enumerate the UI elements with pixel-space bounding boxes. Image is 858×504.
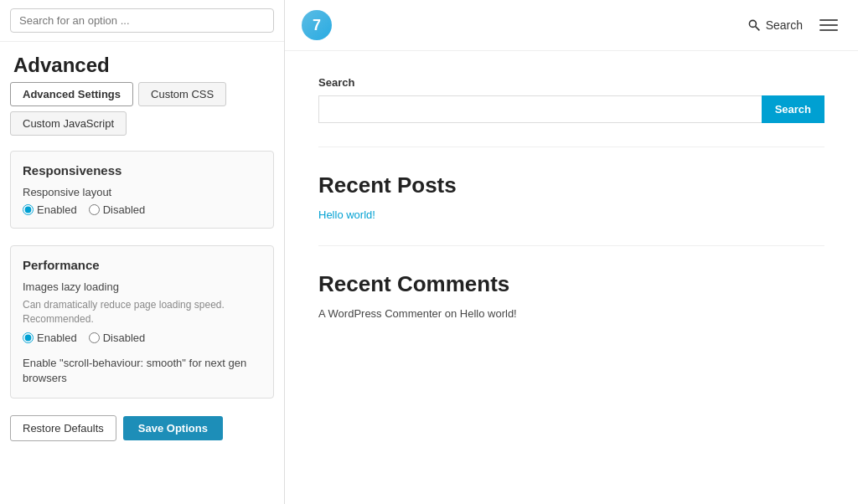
- svg-line-1: [755, 27, 759, 31]
- responsive-enabled-option[interactable]: Enabled: [23, 203, 77, 216]
- logo-circle: 7: [302, 10, 332, 40]
- search-box-wrap: [0, 0, 284, 42]
- search-widget-input[interactable]: [318, 95, 762, 123]
- restore-defaults-button[interactable]: Restore Defaults: [10, 415, 116, 441]
- search-widget-title: Search: [318, 76, 824, 89]
- tab-custom-js[interactable]: Custom JavaScript: [10, 111, 127, 136]
- tab-advanced-settings[interactable]: Advanced Settings: [10, 82, 133, 106]
- responsive-disabled-label: Disabled: [103, 203, 146, 216]
- recent-comments-heading: Recent Comments: [318, 271, 824, 297]
- recent-posts-section: Recent Posts Hello world!: [318, 172, 824, 246]
- right-panel: 7 Search Search Search: [285, 0, 858, 504]
- responsive-disabled-radio[interactable]: [89, 204, 100, 215]
- lazy-loading-options: Enabled Disabled: [23, 332, 261, 344]
- scroll-behaviour-label: Enable "scroll-behaviour: smooth" for ne…: [23, 356, 261, 386]
- top-search-link[interactable]: Search: [747, 18, 803, 32]
- main-content: Search Search Recent Posts Hello world! …: [285, 51, 858, 504]
- hamburger-button[interactable]: [816, 16, 841, 34]
- responsive-enabled-label: Enabled: [37, 203, 77, 216]
- lazy-enabled-label: Enabled: [37, 332, 77, 344]
- hamburger-line-3: [819, 29, 838, 31]
- performance-title: Performance: [23, 258, 261, 272]
- top-search-label: Search: [766, 18, 803, 32]
- svg-point-0: [749, 20, 756, 27]
- search-input[interactable]: [10, 8, 274, 33]
- lazy-loading-desc: Can dramatically reduce page loading spe…: [23, 298, 261, 327]
- performance-card: Performance Images lazy loading Can dram…: [10, 245, 274, 399]
- search-widget-button[interactable]: Search: [762, 95, 824, 123]
- tab-custom-css[interactable]: Custom CSS: [138, 82, 226, 106]
- tab-buttons: Advanced Settings Custom CSS Custom Java…: [0, 82, 284, 142]
- recent-posts-heading: Recent Posts: [318, 172, 824, 198]
- search-widget: Search: [318, 95, 824, 123]
- advanced-heading: Advanced: [0, 42, 284, 82]
- lazy-disabled-label: Disabled: [103, 332, 146, 344]
- lazy-disabled-radio[interactable]: [89, 332, 100, 343]
- search-icon: [747, 18, 761, 32]
- lazy-enabled-option[interactable]: Enabled: [23, 332, 77, 344]
- lazy-enabled-radio[interactable]: [23, 332, 34, 343]
- save-options-button[interactable]: Save Options: [123, 416, 223, 440]
- responsive-layout-label: Responsive layout: [23, 186, 261, 198]
- lazy-disabled-option[interactable]: Disabled: [89, 332, 146, 344]
- top-right: Search: [747, 16, 841, 34]
- left-panel: Advanced Advanced Settings Custom CSS Cu…: [0, 0, 285, 504]
- hamburger-line-2: [819, 24, 838, 26]
- responsiveness-title: Responsiveness: [23, 163, 261, 177]
- recent-posts-link-1[interactable]: Hello world!: [318, 208, 375, 221]
- responsive-layout-options: Enabled Disabled: [23, 203, 261, 216]
- responsive-disabled-option[interactable]: Disabled: [89, 203, 146, 216]
- search-widget-section: Search Search: [318, 76, 824, 147]
- responsiveness-card: Responsiveness Responsive layout Enabled…: [10, 151, 274, 229]
- lazy-loading-label: Images lazy loading: [23, 280, 261, 293]
- responsive-enabled-radio[interactable]: [23, 204, 34, 215]
- top-bar: 7 Search: [285, 0, 858, 51]
- hamburger-line-1: [819, 19, 838, 21]
- recent-comments-text-1: A WordPress Commenter on Hello world!: [318, 306, 824, 322]
- recent-comments-section: Recent Comments A WordPress Commenter on…: [318, 271, 824, 346]
- bottom-buttons: Restore Defaults Save Options: [0, 407, 284, 450]
